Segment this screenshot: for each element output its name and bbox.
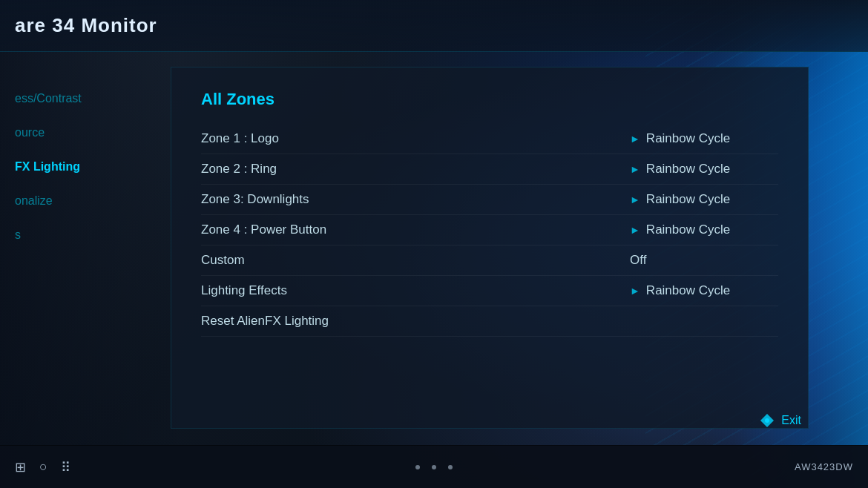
menu-label-lighting-effects: Lighting Effects xyxy=(201,283,630,298)
menu-row-zone3[interactable]: Zone 3: Downlights ► Rainbow Cycle xyxy=(201,185,778,215)
menu-row-zone1[interactable]: Zone 1 : Logo ► Rainbow Cycle xyxy=(201,124,778,154)
menu-value-zone1: ► Rainbow Cycle xyxy=(630,131,778,146)
windows-icon[interactable]: ⊞ xyxy=(15,459,26,475)
menu-label-reset: Reset AlienFX Lighting xyxy=(201,314,630,329)
menu-value-custom: Off xyxy=(630,253,778,268)
arrow-icon-zone1: ► xyxy=(630,133,640,145)
page-title: are 34 Monitor xyxy=(15,14,157,37)
menu-label-zone1: Zone 1 : Logo xyxy=(201,131,630,146)
exit-label: Exit xyxy=(781,414,801,427)
menu-value-zone4: ► Rainbow Cycle xyxy=(630,222,778,237)
menu-value-zone3: ► Rainbow Cycle xyxy=(630,192,778,207)
apps-icon[interactable]: ⠿ xyxy=(61,459,70,475)
sidebar-item-brightness[interactable]: ess/Contrast xyxy=(15,82,171,116)
menu-label-zone3: Zone 3: Downlights xyxy=(201,192,630,207)
menu-row-zone2[interactable]: Zone 2 : Ring ► Rainbow Cycle xyxy=(201,154,778,185)
sidebar-item-extra[interactable]: s xyxy=(15,218,171,252)
taskbar-dot-2 xyxy=(432,465,436,469)
sidebar-item-fx-lighting[interactable]: FX Lighting xyxy=(15,150,171,184)
menu-value-zone2: ► Rainbow Cycle xyxy=(630,162,778,177)
exit-icon xyxy=(759,412,775,429)
title-bar: are 34 Monitor xyxy=(0,0,868,52)
exit-area[interactable]: Exit xyxy=(759,412,801,429)
menu-row-zone4[interactable]: Zone 4 : Power Button ► Rainbow Cycle xyxy=(201,215,778,245)
menu-label-custom: Custom xyxy=(201,253,630,268)
main-panel: All Zones Zone 1 : Logo ► Rainbow Cycle … xyxy=(171,67,809,429)
menu-label-zone2: Zone 2 : Ring xyxy=(201,162,630,177)
svg-point-2 xyxy=(765,418,769,423)
taskbar-left: ⊞ ○ ⠿ xyxy=(15,459,70,475)
arrow-icon-zone4: ► xyxy=(630,224,640,236)
section-title: All Zones xyxy=(201,90,778,109)
menu-row-lighting-effects[interactable]: Lighting Effects ► Rainbow Cycle xyxy=(201,276,778,306)
search-icon[interactable]: ○ xyxy=(39,459,47,475)
menu-value-lighting-effects: ► Rainbow Cycle xyxy=(630,283,778,298)
taskbar-dot-1 xyxy=(415,465,420,469)
taskbar-model: AW3423DW xyxy=(795,461,853,472)
menu-row-reset[interactable]: Reset AlienFX Lighting xyxy=(201,306,778,337)
sidebar: ess/Contrast ource FX Lighting onalize s xyxy=(0,52,171,444)
sidebar-item-source[interactable]: ource xyxy=(15,116,171,150)
menu-label-zone4: Zone 4 : Power Button xyxy=(201,222,630,237)
taskbar-center xyxy=(415,465,453,469)
sidebar-item-personalize[interactable]: onalize xyxy=(15,184,171,218)
arrow-icon-zone3: ► xyxy=(630,194,640,205)
arrow-icon-lighting: ► xyxy=(630,285,640,297)
taskbar-dot-3 xyxy=(448,465,453,469)
taskbar: ⊞ ○ ⠿ AW3423DW xyxy=(0,445,868,488)
arrow-icon-zone2: ► xyxy=(630,163,640,175)
menu-row-custom[interactable]: Custom Off xyxy=(201,245,778,276)
